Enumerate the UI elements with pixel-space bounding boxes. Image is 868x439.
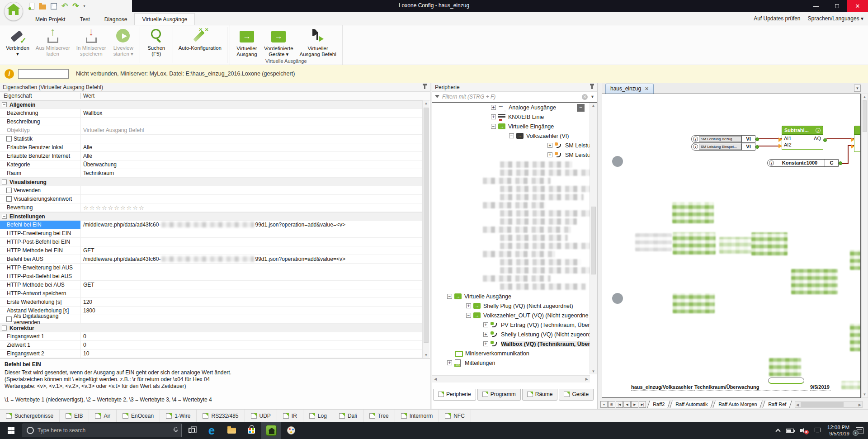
- panel-tab-räume[interactable]: Räume: [522, 389, 558, 401]
- home-button[interactable]: [4, 2, 23, 21]
- expand-icon[interactable]: +: [483, 332, 488, 337]
- expand-icon[interactable]: +: [547, 152, 552, 157]
- tab-test[interactable]: Test: [73, 14, 97, 25]
- property-label-cell[interactable]: HTTP-Erweiterung bei AUS: [0, 264, 80, 272]
- expand-icon[interactable]: +: [491, 114, 496, 119]
- dock-tab-eib[interactable]: EIB: [60, 410, 89, 422]
- prev-sheet-icon[interactable]: ◀: [623, 401, 631, 408]
- speaker-muted-icon[interactable]: ✕: [800, 428, 807, 433]
- property-value-cell[interactable]: Technikraum: [80, 169, 422, 177]
- property-value-cell[interactable]: /middleware.php/data/ad43fc60-99d1.json?…: [80, 221, 422, 229]
- collapse-icon[interactable]: −: [2, 326, 7, 330]
- sheet-menu-icon[interactable]: ▾: [600, 401, 608, 408]
- sheet-tab[interactable]: Raff Automatik: [670, 401, 713, 408]
- scroll-left-icon[interactable]: ◀: [434, 376, 437, 383]
- virtueller-ausgang-befehl-button[interactable]: Virtueller Ausgang Befehl: [297, 25, 340, 58]
- column-eigenschaft[interactable]: Eigenschaft: [4, 93, 32, 99]
- pin-icon[interactable]: [424, 85, 425, 89]
- collapse-icon[interactable]: −: [491, 124, 496, 129]
- dock-tab-1-wire[interactable]: 1-Wire: [160, 410, 197, 422]
- expand-icon[interactable]: +: [447, 360, 452, 365]
- rating-stars[interactable]: ☆☆☆☆☆☆☆☆☆☆: [83, 204, 145, 211]
- collapse-icon[interactable]: −: [509, 133, 514, 138]
- liveview-starten-button[interactable]: Liveview starten ▾: [109, 25, 137, 65]
- virtual-input-block[interactable]: i SM Leistung Bezug VI: [691, 135, 755, 143]
- collapse-icon[interactable]: −: [466, 313, 471, 318]
- property-value-cell[interactable]: [80, 289, 422, 297]
- property-value-cell[interactable]: [80, 118, 422, 126]
- task-view-button[interactable]: [182, 422, 202, 439]
- tree-scrollbar[interactable]: ▲ ▼: [590, 103, 597, 374]
- start-button[interactable]: [0, 422, 22, 439]
- property-label-cell[interactable]: HTTP-Post-Befehl bei EIN: [0, 238, 80, 246]
- property-value-cell[interactable]: 10: [80, 349, 422, 358]
- collapse-icon[interactable]: −: [2, 102, 7, 107]
- property-label-cell[interactable]: HTTP-Post-Befehl bei AUS: [0, 272, 80, 280]
- property-value-cell[interactable]: GET: [80, 281, 422, 289]
- property-row[interactable]: RaumTechnikraum: [0, 169, 422, 178]
- expand-icon[interactable]: +: [466, 303, 471, 308]
- property-label-cell[interactable]: Objekttyp: [0, 126, 80, 134]
- dock-tab-log[interactable]: Log: [303, 410, 333, 422]
- property-label-cell[interactable]: Raum: [0, 169, 80, 177]
- tree-item[interactable]: +PV Ertrag (VQ) (Technikraum, Überwa: [432, 320, 590, 330]
- property-label-cell[interactable]: Eingangswert 1: [0, 332, 80, 340]
- output-port-dot[interactable]: [755, 137, 759, 141]
- output-port-dot[interactable]: [755, 145, 759, 149]
- input-port-arrow[interactable]: [851, 137, 854, 142]
- property-row[interactable]: HTTP-Post-Befehl bei AUS: [0, 272, 422, 281]
- property-label-cell[interactable]: Erste Wiederholung [s]: [0, 298, 80, 306]
- property-row[interactable]: Beschreibung: [0, 118, 422, 126]
- property-value-cell[interactable]: Virtueller Ausgang Befehl: [80, 126, 422, 134]
- collapse-icon[interactable]: −: [447, 294, 452, 299]
- tab-diagnose[interactable]: Diagnose: [97, 14, 135, 25]
- dock-tab-tree[interactable]: Tree: [363, 410, 395, 422]
- microphone-icon[interactable]: [173, 427, 178, 434]
- property-row[interactable]: Zielwert 10: [0, 341, 422, 349]
- property-value-cell[interactable]: [80, 272, 422, 280]
- property-label-cell[interactable]: HTTP-Erweiterung bei EIN: [0, 229, 80, 237]
- property-value-cell[interactable]: Überwachung: [80, 160, 422, 169]
- filter-clear-icon[interactable]: ✕: [582, 94, 588, 100]
- tree-item[interactable]: +SM Leistung Einspeisung (VI) (Technik: [432, 150, 590, 160]
- save-icon[interactable]: [51, 3, 57, 9]
- expand-icon[interactable]: +: [483, 341, 488, 346]
- vordefinierte-geraete-button[interactable]: Vordefinierte Geräte ▾: [261, 25, 297, 58]
- property-group-row[interactable]: −Visualisierung: [0, 178, 422, 186]
- port-ai2[interactable]: AI2: [784, 142, 792, 148]
- property-row[interactable]: HTTP-Antwort speichern: [0, 289, 422, 298]
- tree-item[interactable]: +SM Leistung Bezug (VI) (Technikraum: [432, 141, 590, 150]
- scroll-down-icon[interactable]: ▼: [590, 369, 597, 373]
- tree-item[interactable]: −Virtuelle Eingänge: [432, 122, 590, 131]
- tabstrip-dropdown-icon[interactable]: ▼: [854, 85, 861, 92]
- property-label-cell[interactable]: Beschreibung: [0, 118, 80, 126]
- property-value-cell[interactable]: [80, 186, 422, 194]
- dock-tab-air[interactable]: Air: [89, 410, 117, 422]
- property-label-cell[interactable]: HTTP Methode bei AUS: [0, 281, 80, 289]
- filter-input[interactable]: Filtern mit (STRG + F): [442, 94, 579, 100]
- column-wert[interactable]: Wert: [83, 93, 94, 99]
- sheet-tab[interactable]: Raff Ref: [762, 401, 792, 408]
- property-value-cell[interactable]: 0: [80, 332, 422, 340]
- open-folder-icon[interactable]: [39, 5, 46, 9]
- tree-item[interactable]: Miniserverkommunikation: [432, 349, 590, 358]
- pin-icon[interactable]: [591, 85, 593, 89]
- sheet-horizontal-scrollbar[interactable]: ◀ ▶: [795, 401, 863, 408]
- property-value-cell[interactable]: Alle: [80, 143, 422, 151]
- collapse-icon[interactable]: −: [2, 214, 7, 219]
- first-sheet-icon[interactable]: |◀: [616, 401, 623, 408]
- customize-toolbar-icon[interactable]: ▾: [84, 4, 85, 8]
- scroll-up-icon[interactable]: ▲: [862, 95, 868, 99]
- property-value-cell[interactable]: [80, 315, 422, 323]
- check-updates-link[interactable]: Auf Updates prüfen: [754, 15, 800, 22]
- property-row[interactable]: Erlaubte Benutzer lokalAlle: [0, 143, 422, 152]
- property-row[interactable]: Erlaubte Benutzer InternetAlle: [0, 152, 422, 160]
- property-label-cell[interactable]: Erlaubte Benutzer Internet: [0, 152, 80, 160]
- port-ai1[interactable]: AI1: [784, 135, 792, 142]
- info-icon[interactable]: i: [769, 160, 774, 165]
- clipped-function-block[interactable]: [854, 126, 861, 152]
- next-sheet-icon[interactable]: ▶: [631, 401, 638, 408]
- property-row[interactable]: BezeichnungWallbox: [0, 109, 422, 118]
- auto-konfiguration-button[interactable]: Auto-Konfiguration: [175, 25, 225, 65]
- virtueller-ausgang-button[interactable]: Virtueller Ausgang: [233, 25, 261, 58]
